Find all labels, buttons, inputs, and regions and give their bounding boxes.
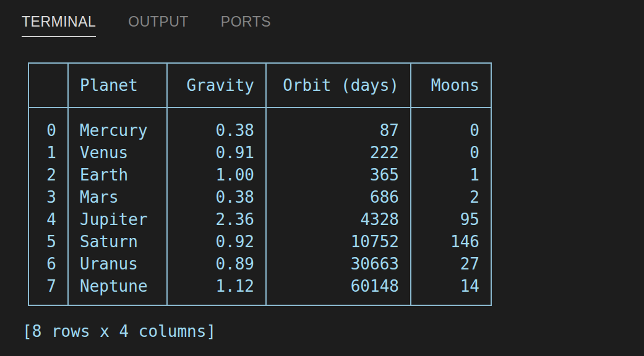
cell-gravity: 0.89: [167, 253, 266, 275]
cell-index: 2: [28, 164, 68, 186]
table-row: 1 Venus 0.91 222 0: [28, 142, 491, 164]
cell-planet: Venus: [68, 142, 167, 164]
table-row: 0 Mercury 0.38 87 0: [28, 108, 491, 142]
table-row: 2 Earth 1.00 365 1: [28, 164, 491, 186]
cell-planet: Saturn: [68, 231, 167, 253]
cell-index: 0: [28, 108, 68, 142]
cell-gravity: 1.12: [167, 275, 266, 305]
cell-orbit-days: 4328: [266, 208, 411, 231]
cell-index: 4: [28, 208, 68, 231]
cell-moons: 0: [411, 142, 491, 164]
cell-gravity: 2.36: [167, 208, 266, 231]
cell-orbit-days: 87: [266, 108, 411, 142]
column-header-moons: Moons: [411, 63, 491, 108]
cell-planet: Mercury: [68, 108, 167, 142]
terminal-output-area[interactable]: Planet Gravity Orbit (days) Moons 0 Merc…: [0, 0, 644, 356]
column-header-planet: Planet: [68, 63, 167, 108]
cell-index: 3: [28, 186, 68, 208]
cell-index: 6: [28, 253, 68, 275]
cell-planet: Mars: [68, 186, 167, 208]
cell-moons: 27: [411, 253, 491, 275]
cell-gravity: 0.38: [167, 186, 266, 208]
table-row: 4 Jupiter 2.36 4328 95: [28, 208, 491, 231]
table-row: 3 Mars 0.38 686 2: [28, 186, 491, 208]
cell-gravity: 0.91: [167, 142, 266, 164]
cell-orbit-days: 365: [266, 164, 411, 186]
cell-orbit-days: 30663: [266, 253, 411, 275]
cell-planet: Jupiter: [68, 208, 167, 231]
cell-orbit-days: 686: [266, 186, 411, 208]
cell-moons: 1: [411, 164, 491, 186]
cell-moons: 95: [411, 208, 491, 231]
cell-orbit-days: 10752: [266, 231, 411, 253]
cell-moons: 2: [411, 186, 491, 208]
column-header-index: [28, 63, 68, 108]
dataframe-table: Planet Gravity Orbit (days) Moons 0 Merc…: [28, 62, 492, 306]
cell-moons: 146: [411, 231, 491, 253]
cell-gravity: 0.92: [167, 231, 266, 253]
cell-index: 7: [28, 275, 68, 305]
cell-planet: Earth: [68, 164, 167, 186]
cell-index: 1: [28, 142, 68, 164]
table-row: 5 Saturn 0.92 10752 146: [28, 231, 491, 253]
table-row: 7 Neptune 1.12 60148 14: [28, 275, 491, 305]
dataframe-shape-summary: [8 rows x 4 columns]: [22, 320, 216, 342]
cell-gravity: 1.00: [167, 164, 266, 186]
table-row: 6 Uranus 0.89 30663 27: [28, 253, 491, 275]
cell-orbit-days: 222: [266, 142, 411, 164]
cell-moons: 14: [411, 275, 491, 305]
table-header-row: Planet Gravity Orbit (days) Moons: [28, 63, 491, 108]
column-header-gravity: Gravity: [167, 63, 266, 108]
cell-gravity: 0.38: [167, 108, 266, 142]
column-header-orbit-days: Orbit (days): [266, 63, 411, 108]
cell-orbit-days: 60148: [266, 275, 411, 305]
cell-moons: 0: [411, 108, 491, 142]
cell-index: 5: [28, 231, 68, 253]
cell-planet: Uranus: [68, 253, 167, 275]
cell-planet: Neptune: [68, 275, 167, 305]
